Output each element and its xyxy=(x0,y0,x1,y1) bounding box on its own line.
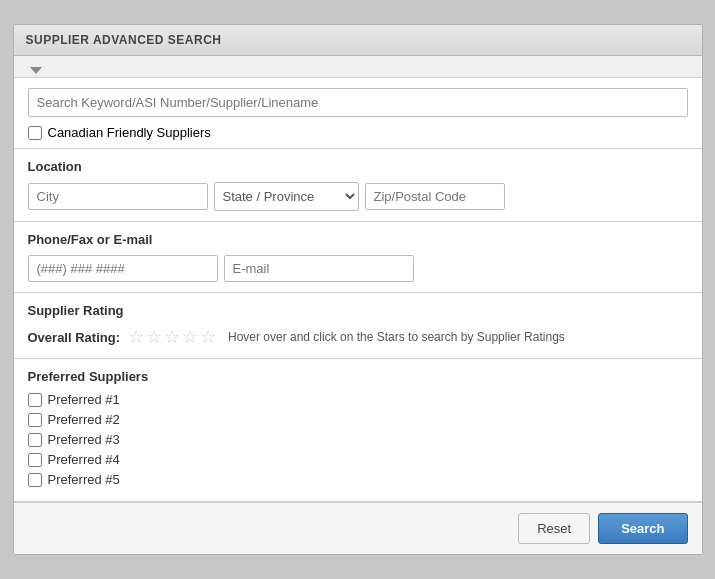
star-rating[interactable]: ☆ ☆ ☆ ☆ ☆ xyxy=(128,326,216,348)
reset-button[interactable]: Reset xyxy=(518,513,590,544)
keyword-section: Canadian Friendly Suppliers xyxy=(14,78,702,149)
rating-row: Overall Rating: ☆ ☆ ☆ ☆ ☆ Hover over and… xyxy=(28,326,688,348)
preferred-4-label: Preferred #4 xyxy=(48,452,120,467)
preferred-1-label: Preferred #1 xyxy=(48,392,120,407)
preferred-2-label: Preferred #2 xyxy=(48,412,120,427)
preferred-list: Preferred #1 Preferred #2 Preferred #3 P… xyxy=(28,392,688,487)
search-button[interactable]: Search xyxy=(598,513,687,544)
state-province-select[interactable]: State / Province ALAKAZCA COCTFLGA ILNYT… xyxy=(214,182,359,211)
overall-rating-label: Overall Rating: xyxy=(28,330,120,345)
phone-row xyxy=(28,255,688,282)
city-input[interactable] xyxy=(28,183,208,210)
preferred-suppliers-section: Preferred Suppliers Preferred #1 Preferr… xyxy=(14,359,702,502)
supplier-rating-label: Supplier Rating xyxy=(28,303,688,318)
phone-fax-section: Phone/Fax or E-mail xyxy=(14,222,702,293)
star-1-icon[interactable]: ☆ xyxy=(128,326,144,348)
rating-hint: Hover over and click on the Stars to sea… xyxy=(228,330,565,344)
canadian-friendly-label: Canadian Friendly Suppliers xyxy=(48,125,211,140)
list-item: Preferred #1 xyxy=(28,392,688,407)
supplier-advanced-search-panel: SUPPLIER ADVANCED SEARCH Canadian Friend… xyxy=(13,24,703,555)
phone-fax-label: Phone/Fax or E-mail xyxy=(28,232,688,247)
list-item: Preferred #4 xyxy=(28,452,688,467)
location-row: State / Province ALAKAZCA COCTFLGA ILNYT… xyxy=(28,182,688,211)
list-item: Preferred #5 xyxy=(28,472,688,487)
zip-postal-input[interactable] xyxy=(365,183,505,210)
list-item: Preferred #2 xyxy=(28,412,688,427)
panel-header: SUPPLIER ADVANCED SEARCH xyxy=(14,25,702,56)
preferred-2-checkbox[interactable] xyxy=(28,413,42,427)
preferred-1-checkbox[interactable] xyxy=(28,393,42,407)
preferred-5-label: Preferred #5 xyxy=(48,472,120,487)
footer-section: Reset Search xyxy=(14,502,702,554)
canadian-friendly-checkbox[interactable] xyxy=(28,126,42,140)
location-label: Location xyxy=(28,159,688,174)
location-section: Location State / Province ALAKAZCA COCTF… xyxy=(14,149,702,222)
keyword-search-input[interactable] xyxy=(28,88,688,117)
canadian-friendly-row: Canadian Friendly Suppliers xyxy=(28,125,688,140)
phone-input[interactable] xyxy=(28,255,218,282)
preferred-3-label: Preferred #3 xyxy=(48,432,120,447)
preferred-suppliers-label: Preferred Suppliers xyxy=(28,369,688,384)
star-5-icon[interactable]: ☆ xyxy=(200,326,216,348)
preferred-5-checkbox[interactable] xyxy=(28,473,42,487)
email-input[interactable] xyxy=(224,255,414,282)
panel-title: SUPPLIER ADVANCED SEARCH xyxy=(26,33,222,47)
star-3-icon[interactable]: ☆ xyxy=(164,326,180,348)
preferred-4-checkbox[interactable] xyxy=(28,453,42,467)
star-2-icon[interactable]: ☆ xyxy=(146,326,162,348)
list-item: Preferred #3 xyxy=(28,432,688,447)
collapse-arrow-icon[interactable] xyxy=(30,67,42,74)
star-4-icon[interactable]: ☆ xyxy=(182,326,198,348)
preferred-3-checkbox[interactable] xyxy=(28,433,42,447)
supplier-rating-section: Supplier Rating Overall Rating: ☆ ☆ ☆ ☆ … xyxy=(14,293,702,359)
